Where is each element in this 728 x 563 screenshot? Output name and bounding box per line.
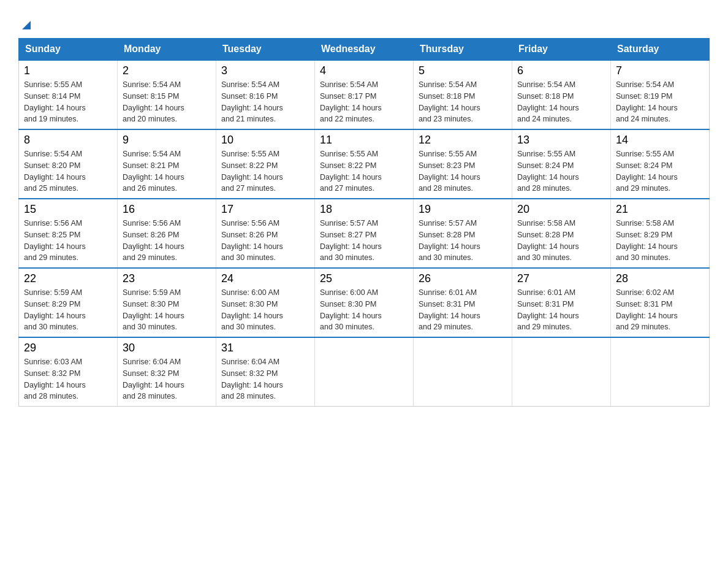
calendar-cell: 8Sunrise: 5:54 AMSunset: 8:20 PMDaylight… [19,129,118,199]
calendar-table: SundayMondayTuesdayWednesdayThursdayFrid… [18,38,710,407]
day-info: Sunrise: 5:56 AMSunset: 8:25 PMDaylight:… [24,219,86,262]
calendar-cell: 2Sunrise: 5:54 AMSunset: 8:15 PMDaylight… [118,60,216,129]
calendar-cell: 24Sunrise: 6:00 AMSunset: 8:30 PMDayligh… [216,268,315,337]
day-number: 23 [123,272,211,285]
calendar-week-row: 8Sunrise: 5:54 AMSunset: 8:20 PMDaylight… [19,129,710,199]
calendar-cell: 15Sunrise: 5:56 AMSunset: 8:25 PMDayligh… [19,199,118,268]
day-number: 5 [419,64,507,77]
day-number: 13 [517,134,605,147]
day-number: 12 [419,134,507,147]
day-info: Sunrise: 5:54 AMSunset: 8:18 PMDaylight:… [517,80,579,123]
day-info: Sunrise: 6:03 AMSunset: 8:32 PMDaylight:… [24,358,86,400]
day-number: 30 [123,342,211,354]
calendar-cell [414,337,512,407]
logo-triangle-icon [20,18,33,32]
calendar-cell: 16Sunrise: 5:56 AMSunset: 8:26 PMDayligh… [118,199,216,268]
day-number: 4 [320,64,408,77]
calendar-cell: 19Sunrise: 5:57 AMSunset: 8:28 PMDayligh… [414,199,512,268]
calendar-cell: 20Sunrise: 5:58 AMSunset: 8:28 PMDayligh… [512,199,611,268]
day-number: 15 [24,203,112,216]
day-info: Sunrise: 5:57 AMSunset: 8:27 PMDaylight:… [320,219,382,262]
day-number: 29 [24,342,112,354]
day-info: Sunrise: 5:54 AMSunset: 8:17 PMDaylight:… [320,80,382,123]
day-number: 11 [320,134,408,147]
calendar-cell: 10Sunrise: 5:55 AMSunset: 8:22 PMDayligh… [216,129,315,199]
calendar-cell: 5Sunrise: 5:54 AMSunset: 8:18 PMDaylight… [414,60,512,129]
day-info: Sunrise: 5:55 AMSunset: 8:23 PMDaylight:… [419,150,480,193]
day-number: 24 [221,272,309,285]
day-info: Sunrise: 5:55 AMSunset: 8:24 PMDaylight:… [517,150,579,193]
calendar-cell: 17Sunrise: 5:56 AMSunset: 8:26 PMDayligh… [216,199,315,268]
day-number: 6 [517,64,605,77]
calendar-cell: 3Sunrise: 5:54 AMSunset: 8:16 PMDaylight… [216,60,315,129]
weekday-header-thursday: Thursday [414,39,512,61]
day-info: Sunrise: 5:54 AMSunset: 8:21 PMDaylight:… [123,150,184,193]
calendar-cell: 29Sunrise: 6:03 AMSunset: 8:32 PMDayligh… [19,337,118,407]
day-info: Sunrise: 6:01 AMSunset: 8:31 PMDaylight:… [517,288,579,331]
weekday-header-friday: Friday [512,39,611,61]
calendar-cell: 4Sunrise: 5:54 AMSunset: 8:17 PMDaylight… [315,60,414,129]
calendar-cell: 7Sunrise: 5:54 AMSunset: 8:19 PMDaylight… [611,60,710,129]
day-number: 9 [123,134,211,147]
calendar-cell: 6Sunrise: 5:54 AMSunset: 8:18 PMDaylight… [512,60,611,129]
day-info: Sunrise: 5:55 AMSunset: 8:14 PMDaylight:… [24,80,86,123]
day-info: Sunrise: 5:54 AMSunset: 8:19 PMDaylight:… [616,80,678,123]
calendar-cell: 30Sunrise: 6:04 AMSunset: 8:32 PMDayligh… [118,337,216,407]
calendar-cell: 28Sunrise: 6:02 AMSunset: 8:31 PMDayligh… [611,268,710,337]
day-info: Sunrise: 5:56 AMSunset: 8:26 PMDaylight:… [123,219,184,262]
day-info: Sunrise: 5:55 AMSunset: 8:22 PMDaylight:… [320,150,382,193]
calendar-week-row: 22Sunrise: 5:59 AMSunset: 8:29 PMDayligh… [19,268,710,337]
day-info: Sunrise: 5:54 AMSunset: 8:15 PMDaylight:… [123,80,184,123]
calendar-cell: 11Sunrise: 5:55 AMSunset: 8:22 PMDayligh… [315,129,414,199]
day-info: Sunrise: 5:55 AMSunset: 8:24 PMDaylight:… [616,150,678,193]
day-number: 2 [123,64,211,77]
calendar-cell: 26Sunrise: 6:01 AMSunset: 8:31 PMDayligh… [414,268,512,337]
calendar-cell: 23Sunrise: 5:59 AMSunset: 8:30 PMDayligh… [118,268,216,337]
day-info: Sunrise: 5:55 AMSunset: 8:22 PMDaylight:… [221,150,283,193]
day-number: 16 [123,203,211,216]
day-number: 7 [616,64,704,77]
page-header [18,12,710,32]
day-info: Sunrise: 5:54 AMSunset: 8:20 PMDaylight:… [24,150,86,193]
day-info: Sunrise: 5:54 AMSunset: 8:18 PMDaylight:… [419,80,480,123]
day-info: Sunrise: 5:59 AMSunset: 8:29 PMDaylight:… [24,288,86,331]
calendar-cell [611,337,710,407]
day-info: Sunrise: 5:59 AMSunset: 8:30 PMDaylight:… [123,288,184,331]
day-number: 31 [221,342,309,354]
day-number: 21 [616,203,704,216]
calendar-cell: 12Sunrise: 5:55 AMSunset: 8:23 PMDayligh… [414,129,512,199]
day-number: 25 [320,272,408,285]
day-number: 20 [517,203,605,216]
svg-marker-0 [22,21,31,29]
day-info: Sunrise: 5:58 AMSunset: 8:28 PMDaylight:… [517,219,579,262]
day-info: Sunrise: 6:01 AMSunset: 8:31 PMDaylight:… [419,288,480,331]
weekday-header-row: SundayMondayTuesdayWednesdayThursdayFrid… [19,39,710,61]
day-number: 27 [517,272,605,285]
day-info: Sunrise: 6:02 AMSunset: 8:31 PMDaylight:… [616,288,678,331]
calendar-cell: 13Sunrise: 5:55 AMSunset: 8:24 PMDayligh… [512,129,611,199]
day-number: 10 [221,134,309,147]
day-info: Sunrise: 5:54 AMSunset: 8:16 PMDaylight:… [221,80,283,123]
day-number: 3 [221,64,309,77]
weekday-header-tuesday: Tuesday [216,39,315,61]
day-number: 19 [419,203,507,216]
weekday-header-saturday: Saturday [611,39,710,61]
day-number: 8 [24,134,112,147]
day-number: 17 [221,203,309,216]
day-info: Sunrise: 6:00 AMSunset: 8:30 PMDaylight:… [221,288,283,331]
calendar-cell: 22Sunrise: 5:59 AMSunset: 8:29 PMDayligh… [19,268,118,337]
day-number: 26 [419,272,507,285]
day-number: 18 [320,203,408,216]
day-number: 14 [616,134,704,147]
day-info: Sunrise: 5:57 AMSunset: 8:28 PMDaylight:… [419,219,480,262]
calendar-week-row: 15Sunrise: 5:56 AMSunset: 8:25 PMDayligh… [19,199,710,268]
weekday-header-sunday: Sunday [19,39,118,61]
calendar-cell: 14Sunrise: 5:55 AMSunset: 8:24 PMDayligh… [611,129,710,199]
calendar-week-row: 1Sunrise: 5:55 AMSunset: 8:14 PMDaylight… [19,60,710,129]
weekday-header-wednesday: Wednesday [315,39,414,61]
calendar-cell: 18Sunrise: 5:57 AMSunset: 8:27 PMDayligh… [315,199,414,268]
calendar-week-row: 29Sunrise: 6:03 AMSunset: 8:32 PMDayligh… [19,337,710,407]
day-number: 1 [24,64,112,77]
calendar-cell: 27Sunrise: 6:01 AMSunset: 8:31 PMDayligh… [512,268,611,337]
day-info: Sunrise: 6:00 AMSunset: 8:30 PMDaylight:… [320,288,382,331]
